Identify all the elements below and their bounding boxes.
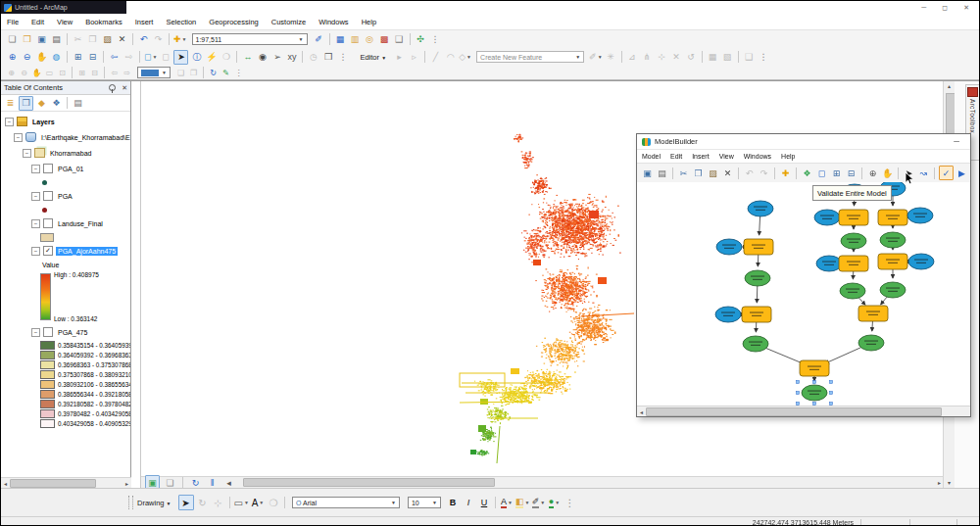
model-diagram-canvas[interactable] [637,182,970,406]
menu-edit[interactable]: Edit [670,153,682,160]
draw-text-icon[interactable]: A▼ [251,496,265,509]
menu-bookmarks[interactable]: Bookmarks [85,18,122,26]
expander-icon[interactable]: − [31,247,40,256]
layer-item[interactable]: −PGA_475 [1,324,130,340]
modelbuilder-hscroll[interactable]: ◂ [637,406,970,416]
modelbuilder-minimize-button[interactable]: ─ [954,137,959,146]
draw-shape-icon[interactable]: ▭▼ [234,496,249,509]
menu-insert[interactable]: Insert [692,153,710,160]
model-node-tool[interactable] [742,307,771,322]
full-extent-icon[interactable]: ◍ [50,51,63,64]
model-node-tool[interactable] [800,360,829,376]
layer-label[interactable]: Layers [30,118,57,126]
zoom-out-icon[interactable]: ⊖ [21,51,33,64]
select-features-icon[interactable]: ◻▼ [144,51,157,64]
modelbuilder-window-icon[interactable]: ✣ [415,33,427,46]
list-by-visibility-icon[interactable]: ◆ [35,97,48,110]
mb-copy-icon[interactable]: ❐ [692,167,705,179]
pan-icon[interactable]: ✋ [35,51,48,64]
scroll-up-icon[interactable]: ▴ [944,81,955,91]
editor-menu[interactable]: Editor ▼ [360,53,386,62]
std-overflow-icon[interactable]: ⋮ [429,33,442,46]
model-node-output[interactable] [880,232,906,248]
drawing-menu[interactable]: Drawing ▼ [137,499,172,507]
mb-run-icon[interactable]: ▶ [956,167,968,179]
layer-item[interactable]: −✓PGA_AjorAahn475 [1,243,130,259]
find-route-icon[interactable]: ➢ [270,51,283,64]
model-node-output[interactable] [745,270,770,286]
undo-icon[interactable]: ↶ [137,33,150,46]
minimize-button[interactable]: ─ [921,2,926,13]
layer-checkbox[interactable] [43,327,53,337]
identify-icon[interactable]: ⓘ [190,51,203,64]
model-node-input[interactable] [748,201,773,216]
mb-fit-to-window-icon[interactable]: ◻ [815,167,828,179]
layer-item[interactable]: −PGA_01 [1,161,130,176]
layer-item[interactable]: −Khorramabad [1,145,130,161]
zoom-in-icon[interactable]: ⊕ [6,51,19,64]
expander-icon[interactable]: − [31,165,40,173]
model-node-tool[interactable] [878,254,907,269]
mb-connect-icon[interactable]: ↝ [917,167,930,179]
menu-help[interactable]: Help [781,153,795,160]
layer-label[interactable]: PGA_01 [56,165,85,173]
layout-overflow-icon[interactable]: ⋮ [233,68,244,78]
marker-color-button[interactable]: ●▼ [547,496,561,509]
scroll-thumb[interactable] [646,407,942,416]
model-node-input[interactable] [907,208,933,223]
layer-item[interactable]: −Layers [1,114,130,129]
menu-windows[interactable]: Windows [744,153,771,160]
new-document-icon[interactable]: ❏ [6,33,19,46]
model-node-input[interactable] [816,256,842,271]
layer-checkbox[interactable] [43,191,53,201]
model-node-input[interactable] [814,210,840,225]
modelbuilder-title-bar[interactable]: ModelBuilder ─ [637,134,970,150]
font-color-button[interactable]: A▼ [500,496,514,509]
python-window-icon[interactable]: ❑ [393,33,406,46]
expander-icon[interactable]: − [14,133,23,142]
mb-fixed-zoom-out-icon[interactable]: ⊟ [845,167,858,179]
model-node-output[interactable] [858,335,884,351]
menu-edit[interactable]: Edit [31,18,44,26]
layer-checkbox[interactable] [43,218,53,228]
pin-icon[interactable] [109,84,116,91]
layer-label[interactable]: PGA_AjorAahn475 [56,247,118,256]
model-node-tool[interactable] [839,210,868,225]
editor-overflow-icon[interactable]: ⋮ [758,51,770,64]
viewer-window-icon[interactable]: ❒ [321,51,334,64]
model-node-output[interactable] [840,283,865,299]
arctoolbox-window-icon[interactable]: ▩ [378,33,391,46]
layer-item[interactable]: −PGA [1,188,130,204]
select-elements-icon[interactable]: ➤ [173,50,188,65]
expander-icon[interactable]: − [23,149,31,158]
open-folder-icon[interactable]: ❒ [21,33,33,46]
layer-label[interactable]: I:\Earthqake_Khorramabad\E [39,133,130,142]
mb-delete-icon[interactable]: ✕ [721,167,734,179]
mb-zoom-in-icon[interactable]: ⊕ [866,167,879,179]
model-node-output[interactable] [880,282,906,298]
layer-item[interactable]: −Landuse_Final [1,215,130,231]
catalog-window-icon[interactable]: ▥ [349,33,362,46]
model-node-tool[interactable] [858,306,888,321]
mb-auto-layout-icon[interactable]: ❖ [801,167,813,179]
list-by-selection-icon[interactable]: ❖ [50,97,63,110]
expander-icon[interactable]: − [5,118,14,126]
scroll-thumb[interactable] [10,479,96,488]
mb-print-icon[interactable]: ▤ [656,167,668,179]
mb-save-icon[interactable]: ▣ [641,167,654,179]
expander-icon[interactable]: − [31,192,40,201]
back-extent-icon[interactable]: ⇦ [108,51,121,64]
mb-validate-icon[interactable]: ✓ [939,166,954,180]
model-node-tool[interactable] [839,256,868,271]
close-icon[interactable]: ✕ [122,84,127,92]
scroll-down-icon[interactable]: ▾ [944,478,955,488]
print-icon[interactable]: ▤ [50,33,63,46]
maximize-button[interactable]: ◻ [942,2,948,13]
model-node-tool[interactable] [878,210,907,225]
menu-selection[interactable]: Selection [166,18,196,26]
toc-horizontal-scrollbar[interactable]: ◂ ▸ [1,477,131,488]
menu-geoprocessing[interactable]: Geoprocessing [209,18,258,26]
fixed-zoom-out-icon[interactable]: ⊟ [86,51,99,64]
model-node-input[interactable] [715,307,741,322]
bold-button[interactable]: B [447,498,459,507]
